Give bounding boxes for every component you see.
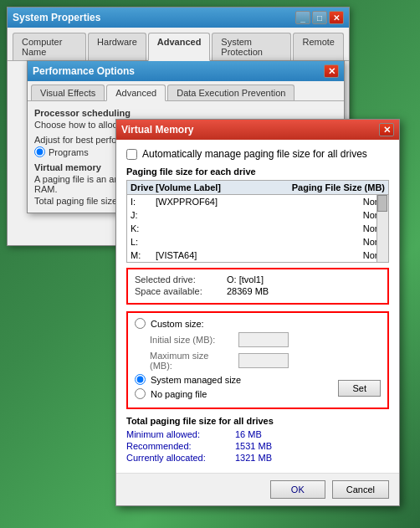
programs-radio[interactable] [34,146,45,157]
custom-size-radio[interactable] [135,318,146,329]
vmem-title: Virtual Memory [121,124,193,136]
perf-tab-bar: Visual Effects Advanced Data Execution P… [28,81,344,101]
perf-title: Performance Options [33,65,135,77]
tab-advanced[interactable]: Advanced [148,33,211,61]
auto-manage-label: Automatically manage paging file size fo… [142,148,367,160]
drive-label-m: [VISTA64] [156,250,284,260]
space-avail-label: Space available: [135,286,227,296]
auto-manage-row: Automatically manage paging file size fo… [126,148,389,160]
system-props-title: System Properties [13,12,100,23]
drive-size-k: None [284,223,385,233]
perf-title-bar: Performance Options ✕ [28,61,344,81]
vmem-title-bar: Virtual Memory ✕ [116,120,399,140]
min-allowed-row: Minimum allowed: 16 MB [126,429,389,439]
drive-row-j[interactable]: J: None [127,208,388,222]
tab-remote[interactable]: Remote [293,33,344,60]
perf-title-controls: ✕ [324,64,339,78]
system-props-tab-bar: Computer Name Hardware Advanced System P… [8,28,349,61]
perf-tab-advanced[interactable]: Advanced [106,85,166,101]
drive-table: Drive [Volume Label] Paging File Size (M… [126,180,389,263]
recommended-label: Recommended: [126,441,235,451]
virtual-memory-window: Virtual Memory ✕ Automatically manage pa… [115,119,400,506]
space-avail-value: 28369 MB [227,286,269,296]
col-drive: Drive [131,182,156,192]
min-allowed-value: 16 MB [235,429,262,439]
initial-size-label: Initial size (MB): [150,335,233,345]
drive-row-k[interactable]: K: None [127,222,388,235]
initial-size-input[interactable] [238,332,289,347]
space-avail-row: Space available: 28369 MB [135,286,381,296]
selected-drive-value: O: [tvol1] [227,274,264,285]
col-size: Paging File Size (MB) [284,182,385,192]
initial-size-row: Initial size (MB): [135,332,381,347]
cancel-button[interactable]: Cancel [332,480,389,499]
custom-size-radio-row: Custom size: [135,318,381,329]
drive-letter-l: L: [131,237,156,247]
drive-label-i: [WXPPROF64] [156,197,284,207]
close-button[interactable]: ✕ [329,11,344,24]
col-label: [Volume Label] [156,182,284,192]
ok-button[interactable]: OK [270,480,325,499]
max-size-label: Maximum size (MB): [150,351,233,371]
maximize-button[interactable]: □ [312,11,327,24]
drive-row-l[interactable]: L: None [127,235,388,249]
current-row: Currently allocated: 1321 MB [126,453,389,463]
tab-hardware[interactable]: Hardware [88,33,146,60]
current-value: 1321 MB [235,453,272,463]
minimize-button[interactable]: _ [295,11,310,24]
drive-size-l: None [284,237,385,247]
system-props-title-bar: System Properties _ □ ✕ [8,8,349,28]
no-paging-label: No paging file [151,389,207,399]
current-label: Currently allocated: [126,453,235,463]
drive-letter-m: M: [131,250,156,260]
paging-section-label: Paging file size for each drive [126,167,389,177]
system-managed-label: System managed size [151,375,241,385]
recommended-row: Recommended: 1531 MB [126,441,389,451]
drive-rows: I: [WXPPROF64] None J: None K: None [127,195,388,262]
drive-letter-j: J: [131,210,156,220]
system-managed-radio[interactable] [135,374,146,385]
scrollbar-thumb [377,195,387,212]
drive-size-j: None [284,210,385,220]
selected-drive-label: Selected drive: [135,274,227,285]
drive-row-i[interactable]: I: [WXPPROF64] None [127,195,388,208]
no-paging-radio[interactable] [135,388,146,399]
min-allowed-label: Minimum allowed: [126,429,235,439]
drive-size-i: None [284,197,385,207]
drive-letter-i: I: [131,197,156,207]
perf-close-button[interactable]: ✕ [324,64,339,78]
drive-size-m: None [284,250,385,260]
tab-system-protection[interactable]: System Protection [212,33,291,60]
drive-scrollbar[interactable] [376,195,388,262]
processor-label: Processor scheduling [34,108,337,118]
system-managed-radio-row: System managed size [135,374,241,385]
vmem-close-button[interactable]: ✕ [379,123,394,136]
auto-manage-checkbox[interactable] [126,149,137,160]
vmem-title-controls: ✕ [379,123,394,136]
recommended-value: 1531 MB [235,441,272,451]
total-paging-title: Total paging file size for all drives [126,416,389,426]
perf-tab-visual[interactable]: Visual Effects [31,85,105,100]
drive-letter-k: K: [131,223,156,233]
max-size-input[interactable] [238,353,289,368]
vmem-content: Automatically manage paging file size fo… [116,140,399,473]
title-controls: _ □ ✕ [295,11,344,24]
drive-row-m[interactable]: M: [VISTA64] None [127,249,388,262]
custom-size-label: Custom size: [151,319,204,329]
no-paging-radio-row: No paging file [135,388,241,399]
programs-label: Programs [49,147,89,157]
max-size-row: Maximum size (MB): [135,351,381,371]
set-button[interactable]: Set [338,380,381,397]
selected-drive-row: Selected drive: O: [tvol1] [135,274,381,285]
selected-drive-info: Selected drive: O: [tvol1] Space availab… [126,268,389,305]
tab-computer-name[interactable]: Computer Name [13,33,86,60]
vmem-bottom-buttons: OK Cancel [116,473,399,505]
size-options-section: Custom size: Initial size (MB): Maximum … [126,311,389,409]
drive-table-header: Drive [Volume Label] Paging File Size (M… [127,181,388,195]
drive-rows-container: I: [WXPPROF64] None J: None K: None [127,195,388,262]
perf-tab-dep[interactable]: Data Execution Prevention [167,85,295,100]
